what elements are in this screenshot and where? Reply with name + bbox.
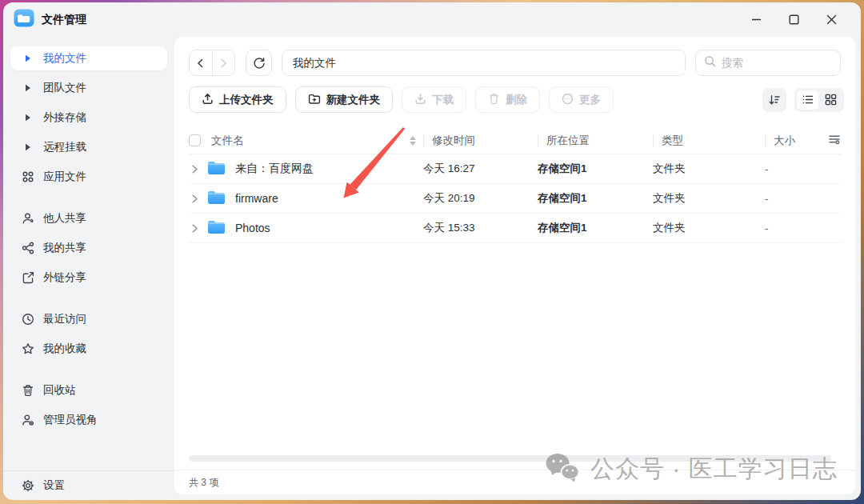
search-icon <box>704 55 716 70</box>
chevron-right-icon[interactable] <box>189 194 201 203</box>
titlebar: 文件管理 <box>3 2 861 37</box>
sidebar-group-gap <box>10 194 167 206</box>
header-modified[interactable]: 修改时间 <box>432 134 475 148</box>
sidebar-item-label: 他人共享 <box>43 211 86 226</box>
star-icon <box>21 342 34 355</box>
table-row[interactable]: Photos 今天 15:33 存储空间1 文件夹 - <box>189 214 841 243</box>
chevron-right-icon[interactable] <box>189 165 201 174</box>
header-type[interactable]: 类型 <box>662 134 683 148</box>
header-location[interactable]: 所在位置 <box>546 134 590 148</box>
sort-arrows-icon[interactable] <box>410 136 416 146</box>
sidebar-item-label: 外接存储 <box>43 110 86 125</box>
sidebar-footer: 设置 <box>3 470 174 500</box>
sidebar-item-external-link-share[interactable]: 外链分享 <box>10 266 167 290</box>
wechat-icon <box>544 452 581 486</box>
back-button[interactable] <box>190 50 212 75</box>
cell-type: 文件夹 <box>653 162 765 176</box>
forward-button[interactable] <box>212 50 235 75</box>
cell-type: 文件夹 <box>653 191 765 206</box>
sidebar-item-recycle-bin[interactable]: 回收站 <box>10 378 167 402</box>
cell-size: - <box>765 163 809 175</box>
sidebar-item-app-files[interactable]: 应用文件 <box>10 165 167 189</box>
new-folder-icon <box>308 93 321 107</box>
file-name[interactable]: Photos <box>235 222 270 234</box>
sidebar-item-label: 我的共享 <box>43 241 86 255</box>
path-input[interactable] <box>282 50 686 76</box>
upload-folder-button[interactable]: 上传文件夹 <box>189 86 286 113</box>
app-icon <box>14 9 34 30</box>
folder-icon <box>207 190 226 207</box>
sidebar-item-external-storage[interactable]: 外接存储 <box>10 106 167 130</box>
sidebar-item-remote-mount[interactable]: 远程挂载 <box>10 135 167 159</box>
list-view-button[interactable] <box>797 90 818 110</box>
sidebar-group-gap <box>10 295 167 307</box>
cell-location: 存储空间1 <box>538 162 653 176</box>
view-toggle <box>794 88 844 112</box>
sidebar-item-label: 回收站 <box>43 383 76 398</box>
file-name[interactable]: firmware <box>235 192 278 205</box>
cell-size: - <box>765 222 809 234</box>
sidebar-item-settings[interactable]: 设置 <box>10 474 167 498</box>
search-box[interactable] <box>695 50 841 76</box>
watermark: 公众号 · 医工学习日志 <box>544 452 838 486</box>
sidebar-item-recent[interactable]: 最近访问 <box>10 307 167 331</box>
sidebar-item-label: 我的收藏 <box>43 342 86 356</box>
table-row[interactable]: 来自：百度网盘 今天 16:27 存储空间1 文件夹 - <box>189 154 841 184</box>
share-icon <box>21 242 34 254</box>
search-input[interactable] <box>722 57 832 69</box>
new-folder-button[interactable]: 新建文件夹 <box>295 86 394 113</box>
sidebar-item-my-files[interactable]: 我的文件 <box>10 46 167 70</box>
sidebar-item-team-files[interactable]: 团队文件 <box>10 76 167 100</box>
caret-right-icon <box>21 143 34 151</box>
table-row[interactable]: firmware 今天 20:19 存储空间1 文件夹 - <box>189 184 841 214</box>
button-label: 删除 <box>506 93 527 107</box>
action-toolbar: 上传文件夹 新建文件夹 下载 删除 更多 <box>174 76 855 113</box>
button-label: 下载 <box>432 93 454 107</box>
folder-icon <box>207 219 226 237</box>
sidebar-item-my-shares[interactable]: 我的共享 <box>10 236 167 260</box>
trash-icon <box>21 384 34 397</box>
window-controls <box>738 2 850 37</box>
admin-icon <box>21 414 34 426</box>
item-count: 共 3 项 <box>189 476 218 490</box>
apps-icon <box>21 170 34 183</box>
download-icon <box>414 93 426 107</box>
upload-icon <box>202 93 214 107</box>
more-button[interactable]: 更多 <box>549 86 614 113</box>
cell-modified: 今天 15:33 <box>423 221 538 235</box>
button-label: 新建文件夹 <box>326 93 381 107</box>
sidebar-item-label: 外链分享 <box>43 270 86 285</box>
chevron-right-icon[interactable] <box>189 224 201 233</box>
header-size[interactable]: 大小 <box>774 134 795 148</box>
minimize-button[interactable] <box>738 2 775 37</box>
file-name[interactable]: 来自：百度网盘 <box>235 162 314 176</box>
button-label: 更多 <box>579 93 601 107</box>
cell-size: - <box>765 193 809 205</box>
view-tools <box>762 88 844 112</box>
caret-right-icon <box>21 54 34 62</box>
download-button[interactable]: 下载 <box>402 86 466 113</box>
maximize-button[interactable] <box>775 2 813 37</box>
sort-button[interactable] <box>762 88 786 112</box>
sidebar-item-label: 团队文件 <box>43 81 86 95</box>
sidebar-item-label: 远程挂载 <box>43 140 86 154</box>
main-content: 上传文件夹 新建文件夹 下载 删除 更多 <box>174 37 855 494</box>
sidebar-item-shared-by-others[interactable]: 他人共享 <box>10 206 167 230</box>
column-settings-icon[interactable] <box>828 133 841 148</box>
sidebar-item-label: 应用文件 <box>43 170 86 184</box>
clock-icon <box>21 313 34 326</box>
cell-location: 存储空间1 <box>538 221 653 235</box>
sidebar-item-label: 我的文件 <box>43 51 86 66</box>
sidebar-item-label: 设置 <box>43 478 65 493</box>
select-all-checkbox[interactable] <box>189 134 201 146</box>
person-icon <box>21 212 34 225</box>
sidebar-item-label: 管理员视角 <box>43 413 98 427</box>
gear-icon <box>21 479 34 492</box>
app-window: 文件管理 我的文件 团队文件 外接存储 远程挂载 <box>3 2 861 500</box>
close-button[interactable] <box>813 2 850 37</box>
delete-button[interactable]: 删除 <box>475 86 540 113</box>
sidebar-item-favorites[interactable]: 我的收藏 <box>10 337 167 361</box>
grid-view-button[interactable] <box>820 90 842 110</box>
refresh-button[interactable] <box>246 50 272 76</box>
sidebar-item-admin-view[interactable]: 管理员视角 <box>10 408 167 432</box>
